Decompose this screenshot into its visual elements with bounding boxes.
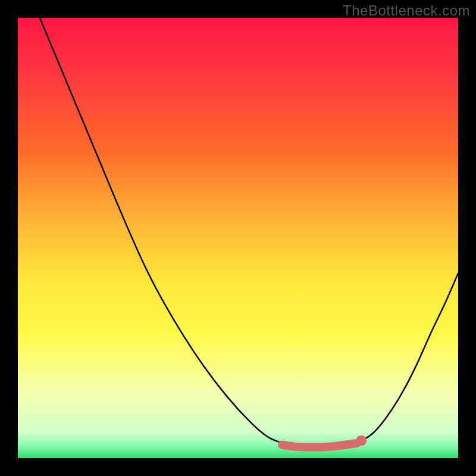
chart-svg — [18, 18, 458, 458]
chart-frame: TheBottleneck.com — [0, 0, 476, 476]
plot-area — [18, 18, 458, 458]
watermark-text: TheBottleneck.com — [343, 2, 470, 19]
sweet-spot-marker — [282, 443, 357, 447]
sweet-spot-end-dot — [356, 435, 367, 446]
gradient-background — [18, 18, 458, 458]
